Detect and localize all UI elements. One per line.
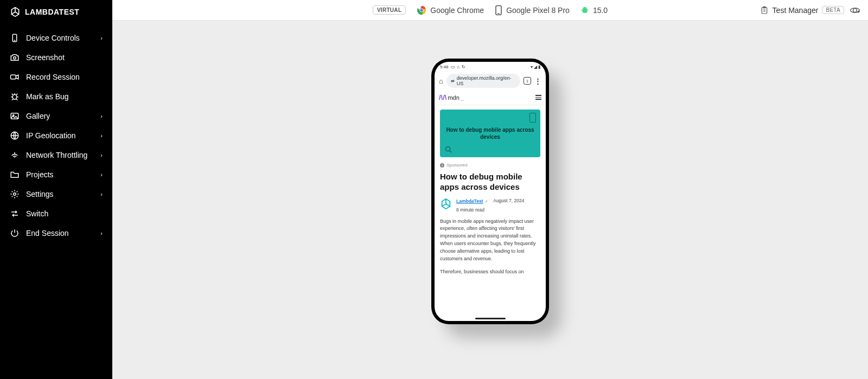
hero-title: How to debug mobile apps across devices [444,126,536,140]
sidebar-item-settings[interactable]: Settings › [0,184,112,204]
signal-icon: ◢ [534,65,537,69]
svg-point-22 [858,11,859,12]
signal-icon [10,150,20,160]
record-icon [10,72,20,82]
sidebar-item-screenshot[interactable]: Screenshot [0,48,112,67]
sidebar-item-label: Switch [26,209,103,218]
article-body-p2: Therefore, businesses should focus on [440,268,540,276]
globe-icon [10,131,20,140]
external-link-icon: ↗ [484,200,488,203]
orbit-icon[interactable] [850,5,860,16]
url-text: developer.mozilla.org/en-US [457,75,516,86]
svg-point-15 [585,8,586,8]
sidebar-item-label: Screenshot [26,53,103,62]
brand-name: LAMBDATEST [25,8,79,16]
sponsored-label: i Sponsored [440,163,540,168]
hero-banner[interactable]: How to debug mobile apps across devices [440,110,540,157]
device-selector[interactable]: Google Pixel 8 Pro [495,5,570,16]
sidebar-item-ip-geolocation[interactable]: IP Geolocation › [0,126,112,145]
switch-icon [10,209,20,219]
clipboard-icon [760,6,769,15]
sidebar-item-switch[interactable]: Switch [0,204,112,223]
android-icon [580,5,589,15]
camera-icon [10,53,20,62]
sidebar-item-label: Device Controls [26,34,94,42]
sidebar-item-projects[interactable]: Projects › [0,165,112,184]
hero-phone-icon [529,113,536,123]
browser-selector[interactable]: Google Chrome [417,5,484,15]
home-icon[interactable]: ⌂ [439,77,443,85]
article-title: How to debug mobile apps across devices [440,172,540,192]
article-content: How to debug mobile apps across devices … [435,105,546,321]
mdn-mark-icon: /\/\ [439,93,446,101]
article-date: August 7, 2024 [493,198,524,203]
virtual-badge: VIRTUAL [373,5,406,15]
svg-point-8 [14,193,16,196]
sidebar-item-mark-as-bug[interactable]: Mark as Bug [0,87,112,106]
site-settings-icon: ⇄ [451,79,455,83]
magnifier-icon [444,145,453,154]
main-area: VIRTUAL Google Chrome Google Pixel 8 Pro… [112,0,868,379]
svg-point-14 [583,8,584,8]
info-icon: i [440,163,444,168]
chevron-right-icon: › [100,35,103,41]
brand-logo[interactable]: LAMBDATEST [0,0,112,24]
test-manager-button[interactable]: Test Manager BETA [760,6,844,15]
sidebar-item-network-throttling[interactable]: Network Throttling › [0,145,112,165]
mdn-logo[interactable]: /\/\ mdn _ [439,93,464,101]
article-body-p1: Bugs in mobile apps negatively impact us… [440,218,540,264]
gesture-handle[interactable] [475,318,506,319]
sidebar-item-label: Projects [26,170,94,179]
status-sync-icon: ↻ [462,65,465,69]
sidebar-nav: Device Controls › Screenshot Record Sess… [0,24,112,243]
chevron-right-icon: › [100,132,103,139]
status-time: 5:48 [440,65,449,69]
topbar-right: Test Manager BETA [760,5,860,16]
status-notif-icon: ▭ [451,65,455,69]
sidebar-item-device-controls[interactable]: Device Controls › [0,28,112,48]
sidebar-item-record-session[interactable]: Record Session [0,67,112,87]
svg-line-24 [449,150,451,152]
site-header: /\/\ mdn _ [435,90,546,105]
sidebar-item-label: Record Session [26,73,103,81]
read-time: 8 minute read [456,207,524,213]
device-canvas: 5:48 ▭ ⌂ ↻ ▾ ◢ ▮ ⌂ [112,21,868,379]
svg-rect-17 [588,9,588,11]
os-selector[interactable]: 15.0 [580,5,608,15]
byline: LambdaTest ↗ August 7, 2024 8 minute rea… [440,198,540,213]
sidebar-item-end-session[interactable]: End Session › [0,223,112,243]
power-icon [10,228,20,238]
chrome-icon [417,5,426,15]
url-field[interactable]: ⇄ developer.mozilla.org/en-US [446,74,520,88]
test-manager-label: Test Manager [773,6,819,15]
lambdatest-author-icon [440,198,452,210]
beta-badge: BETA [822,6,844,14]
sidebar-item-label: End Session [26,229,94,237]
battery-icon: ▮ [538,65,540,69]
folder-icon [10,170,20,179]
browser-address-bar: ⌂ ⇄ developer.mozilla.org/en-US 1 ⋮ [435,72,546,90]
tabs-button[interactable]: 1 [524,77,531,85]
os-version: 15.0 [593,6,608,15]
sidebar-item-label: IP Geolocation [26,131,94,140]
device-screen[interactable]: 5:48 ▭ ⌂ ↻ ▾ ◢ ▮ ⌂ [435,62,546,321]
sidebar-item-label: Mark as Bug [26,92,103,101]
sidebar-item-label: Settings [26,190,94,198]
status-bar: 5:48 ▭ ⌂ ↻ ▾ ◢ ▮ [435,62,546,72]
chevron-right-icon: › [100,171,103,178]
svg-point-4 [12,94,17,99]
lambdatest-logo-icon [10,7,21,17]
kebab-menu-icon[interactable]: ⋮ [534,77,541,85]
author-link[interactable]: LambdaTest [456,198,483,204]
chevron-right-icon: › [100,113,103,119]
sidebar-item-label: Gallery [26,112,94,120]
device-wrap: 5:48 ▭ ⌂ ↻ ▾ ◢ ▮ ⌂ [431,59,549,324]
hamburger-icon[interactable] [535,95,541,100]
topbar-center: VIRTUAL Google Chrome Google Pixel 8 Pro… [373,5,608,16]
device-icon [10,33,20,43]
sidebar-item-gallery[interactable]: Gallery › [0,106,112,126]
chevron-right-icon: › [100,152,103,158]
device-name: Google Pixel 8 Pro [506,6,570,15]
phone-icon [495,5,502,16]
gallery-icon [10,111,20,121]
